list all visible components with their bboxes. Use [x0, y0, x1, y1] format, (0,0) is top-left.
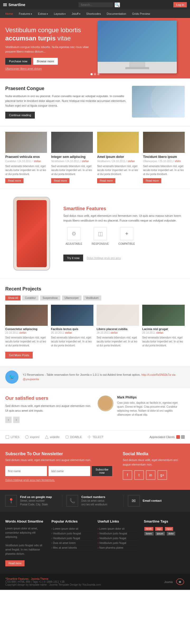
project-meta-4: 29.10.2011 stefan — [142, 331, 185, 334]
project-title-1: Consectetur adipiscing — [5, 327, 48, 331]
features-content: Smartline Features Sed dolus risus velit… — [58, 206, 185, 261]
features-icons: ⚙ ADJUSTABLE ◫ RESPONSIVE ✦ COMPATIBLE — [63, 227, 185, 250]
list-item: Mec at amet lobortis — [51, 546, 92, 550]
footer-bottom: *Smartline Features - Joomla Theme CSS 8… — [0, 574, 190, 590]
appreciated-dot-active[interactable] — [176, 435, 180, 439]
footer-read-more-button[interactable]: Read more — [5, 560, 25, 566]
filter-all[interactable]: Show All — [5, 295, 21, 300]
hero-dot-3[interactable] — [97, 73, 99, 75]
contact-phone-info: Contact numbers Duis sit amet variusorci… — [81, 495, 107, 506]
googleplus-icon[interactable]: g+ — [158, 470, 167, 480]
firstname-input[interactable] — [5, 466, 47, 476]
card-meta-1: Curabitur / 24.10.2011 / stefan — [5, 160, 47, 163]
tag-input[interactable]: input — [165, 527, 173, 531]
linkedin-icon[interactable]: in — [146, 470, 155, 480]
projects-title: Recent Projects — [5, 286, 185, 292]
card-image-4 — [143, 132, 185, 153]
hero-dots — [91, 73, 99, 75]
filter-suspendisse[interactable]: Suspendisse — [40, 295, 60, 300]
project-item-4: Lacinia nisl grugat 29.10.2011 stefan Se… — [142, 305, 185, 347]
project-meta-1: 23.10.2011 stefan — [5, 331, 48, 334]
subscribe-button[interactable]: Subscribe now — [92, 466, 112, 476]
nav-grids[interactable]: Grids Preview — [129, 11, 153, 17]
login-button[interactable]: Log In — [173, 2, 187, 7]
project-item-1: Consectetur adipiscing 23.10.2011 stefan… — [5, 305, 48, 347]
appreciated-dots — [176, 435, 185, 439]
monitor-stand — [129, 62, 145, 67]
purchase-button[interactable]: Purchase now — [5, 58, 31, 65]
prev-testimonial-button[interactable]: ‹ — [5, 417, 12, 423]
hero-link[interactable]: Ullamcorper libero amet dictum — [5, 67, 42, 70]
tag-dolor[interactable]: dolor — [167, 532, 175, 535]
next-testimonial-button[interactable]: › — [13, 417, 20, 423]
footer-main: Words About Smartline Lorem ipsum dolor … — [0, 512, 190, 574]
nav-layouts[interactable]: Layouts — [51, 11, 69, 17]
testimonial-avatar — [98, 396, 113, 411]
satisfied-section: Our satisfied users Sed dictum risus vel… — [0, 388, 190, 431]
nav-features[interactable]: Features — [16, 11, 35, 17]
tag-lorem[interactable]: lorem — [144, 532, 154, 535]
filter-curabitur[interactable]: Curabitur — [22, 295, 38, 300]
logo-text: Smartline — [8, 3, 25, 7]
satisfied-description: Sed dictum risus velit, eget elementum o… — [5, 404, 92, 413]
testimonial-content: Mark Phillips Cras justo odio, dapibus a… — [117, 396, 185, 417]
hero-section: Vestibulum congue lobortis accumsan turp… — [0, 18, 190, 78]
newsletter-form: Subscribe now — [5, 466, 112, 476]
facebook-icon[interactable]: f — [123, 470, 132, 480]
appreciated-clients: Appreciated Clients — [150, 435, 185, 439]
project-image-4 — [142, 305, 185, 326]
try-it-button[interactable]: Try it now — [63, 255, 83, 261]
footer-bottom-left: *Smartline Features - Joomla Theme CSS 8… — [5, 577, 101, 586]
project-meta-2: 25.10.2011 stefan — [51, 331, 93, 334]
twitter-social-icon[interactable]: t — [134, 470, 144, 480]
project-image-1 — [5, 305, 48, 326]
search-button[interactable]: 🔍 — [115, 2, 120, 7]
tag-ipsum[interactable]: ipsum — [155, 532, 165, 535]
nav-shortcodes[interactable]: Shortcodes — [84, 11, 104, 17]
testimonial-text: Cras justo odio, dapibus ac facilisis in… — [117, 401, 185, 417]
readmore-button-3[interactable]: Read more — [97, 178, 115, 183]
contact-map-info: Find us on google map Street, street num… — [20, 495, 52, 506]
lastname-input[interactable] — [49, 466, 90, 476]
browse-button[interactable]: Browse more — [33, 58, 58, 65]
monitor-base — [125, 67, 149, 69]
newsletter-link[interactable]: Doluis tristique gruis arcu nam fermentu… — [5, 479, 55, 482]
menu-icon[interactable] — [3, 3, 7, 6]
newsletter-section: Subscribe To Our Newsletter Sed dictum r… — [5, 452, 112, 482]
filter-vestibulum[interactable]: Vestibulum — [83, 295, 101, 300]
hero-dot-1[interactable] — [91, 73, 93, 75]
readmore-button-2[interactable]: Read more — [51, 178, 69, 183]
svg-point-3 — [179, 581, 181, 583]
readmore-button-1[interactable]: Read more — [5, 178, 23, 183]
appreciated-dot-inactive[interactable] — [181, 435, 185, 439]
tag-tags[interactable]: tags — [155, 527, 163, 531]
hero-dot-2[interactable] — [94, 73, 96, 75]
doable-icon — [65, 435, 69, 439]
list-item: Vestibulum justo feugiat — [51, 531, 92, 536]
footer-copyright: CSS 888 | HTML 888 | Tags +1 | © 1888-19… — [5, 580, 101, 583]
get-more-posts-button[interactable]: Get More Posts — [5, 352, 33, 359]
card-title-3: Amet ipsum dolor — [97, 155, 139, 159]
filter-ullamcorper[interactable]: Ullamcorper — [62, 295, 82, 300]
card-title-2: Integer sem adipiscing — [51, 155, 93, 159]
footer-links-title: Usefull Links — [98, 519, 139, 523]
hero-buttons: Purchase now Browse more — [5, 58, 90, 65]
satisfied-right: Mark Phillips Cras justo odio, dapibus a… — [98, 396, 185, 423]
nav-documentation[interactable]: Documentation — [104, 11, 129, 17]
tag-html5[interactable]: html5 — [144, 527, 153, 531]
clients-section: LITIES exprimi widelife DOABLE TELECT Ap… — [0, 431, 190, 444]
nav-extras[interactable]: Extras — [35, 11, 51, 17]
footer-tags: html5 tags input lorem ipsum dolor — [144, 527, 185, 536]
readmore-button-4[interactable]: Read more — [143, 178, 161, 183]
list-item: Vestibulum justo Nugat — [51, 536, 92, 541]
list-item: Vestibulum justo Nugat — [98, 536, 139, 541]
nav-home[interactable]: Home — [3, 11, 16, 17]
nav-jstuff[interactable]: Jstuff — [69, 11, 83, 17]
features-link[interactable]: Dolus tristique gruis orci arcu — [87, 257, 121, 260]
project-title-2: Facilisis lectus quis — [51, 327, 93, 331]
continue-reading-button[interactable]: Continue reading — [5, 112, 35, 119]
search-input[interactable] — [79, 2, 113, 7]
satisfied-title: Our satisfied users — [5, 396, 92, 401]
praesent-title: Praesent Congue — [5, 86, 127, 91]
feature-responsive: ◫ RESPONSIVE — [90, 227, 111, 250]
